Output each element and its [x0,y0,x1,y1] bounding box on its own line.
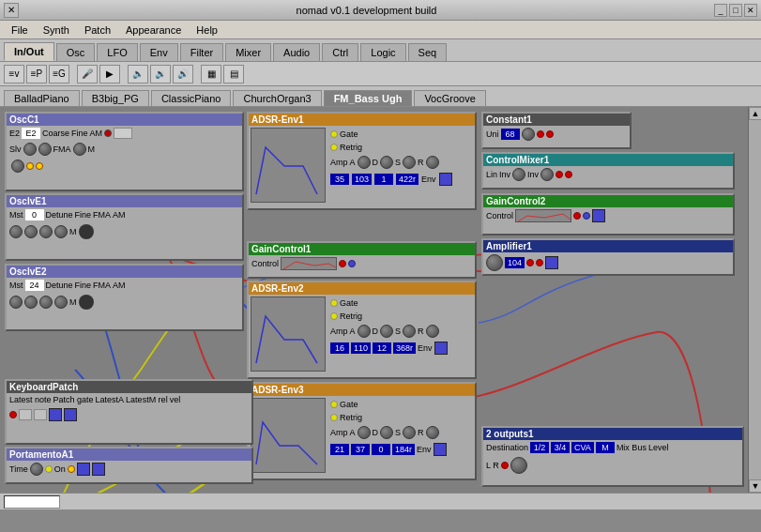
scroll-up[interactable]: ▲ [749,107,761,120]
scrollbar[interactable]: ▲ ▼ [748,107,761,493]
close-button[interactable]: ✕ [4,3,19,18]
freq-value[interactable]: E2 [22,128,40,139]
patch-tab-ballad[interactable]: BalladPiano [4,90,80,106]
mst-knob[interactable] [11,160,24,173]
adsr1-r[interactable] [426,156,439,169]
toolbar-btn-vol3[interactable]: 🔊 [173,65,193,84]
port-2[interactable] [36,162,43,170]
toolbar-btn-vol1[interactable]: 🔈 [128,65,148,84]
gc1-port2[interactable] [348,260,356,267]
amp1-val[interactable]: 104 [505,257,525,268]
out-knob[interactable] [510,457,527,474]
amp1-port-r1[interactable] [526,259,534,266]
adsr2-d[interactable] [380,325,393,338]
osc1-k4[interactable] [54,225,68,238]
toolbar-btn-grid1[interactable]: ▦ [201,65,221,84]
adsr1-v2[interactable]: 103 [352,174,372,185]
toolbar-btn-mic[interactable]: 🎤 [77,65,98,84]
uni-val[interactable]: 68 [501,129,520,140]
adsr3-r[interactable] [426,426,439,439]
toolbar-btn-vol2[interactable]: 🔉 [150,65,171,84]
amp1-knob[interactable] [486,254,503,271]
menu-patch[interactable]: Patch [77,23,118,38]
adsr3-v1[interactable]: 21 [330,444,349,455]
tab-logic[interactable]: Logic [360,43,405,61]
gc2-port1[interactable] [573,212,581,220]
cm1-port-r2[interactable] [565,171,572,178]
menu-appearance[interactable]: Appearance [118,23,189,38]
adsr2-v1[interactable]: 16 [330,342,349,354]
toolbar-btn-2[interactable]: ≡P [26,65,47,84]
tab-lfo[interactable]: LFO [97,43,137,61]
constant-port-r1[interactable] [537,130,544,138]
adsr2-v2[interactable]: 110 [351,342,371,354]
osc2-k4[interactable] [54,296,68,309]
gc2-port2[interactable] [583,212,590,220]
patch-tab-vocgroove[interactable]: VocGroove [414,90,485,106]
patch-tab-fmbass[interactable]: FM_Bass Ugh [324,90,413,106]
gc1-port1[interactable] [339,260,346,267]
toolbar-btn-1[interactable]: ≡v [4,65,24,84]
cm1-k1[interactable] [512,168,525,181]
scroll-down[interactable]: ▼ [749,479,761,493]
tab-env[interactable]: Env [140,43,178,61]
adsr2-a[interactable] [358,325,371,338]
dest-val1[interactable]: 1/2 [530,442,549,453]
osc1-k3[interactable] [39,225,53,238]
adsr1-d[interactable] [380,156,393,169]
toolbar-btn-grid2[interactable]: ▤ [223,65,244,84]
adsr3-d[interactable] [380,426,393,439]
patch-tab-church[interactable]: ChurchOrgan3 [233,90,321,106]
adsr1-v1[interactable]: 35 [330,174,349,185]
tab-seq[interactable]: Seq [408,43,448,61]
tab-audio[interactable]: Audio [273,43,320,61]
fma-knob[interactable] [73,143,86,156]
menu-synth[interactable]: Synth [36,23,77,38]
mst2-val[interactable]: 24 [25,280,44,291]
mst1-val[interactable]: 0 [25,209,44,220]
adsr1-s[interactable] [403,156,416,169]
tab-inout[interactable]: In/Out [4,42,54,61]
osc2-k3[interactable] [39,296,53,309]
portamento-port1[interactable] [68,465,75,473]
dest-cva[interactable]: CVA [571,442,594,453]
osc1-k1[interactable] [9,225,23,238]
tab-mixer[interactable]: Mixer [225,43,271,61]
adsr3-v3[interactable]: 0 [372,444,390,455]
coarse-knob[interactable] [23,143,37,156]
adsr2-r[interactable] [426,325,439,338]
port-1[interactable] [26,162,34,170]
out-port-r[interactable] [501,462,509,469]
adsr1-v3[interactable]: 1 [374,174,393,185]
adsr3-s[interactable] [403,426,416,439]
maximize-button[interactable]: □ [729,4,742,17]
adsr1-v4[interactable]: 422r [396,174,419,185]
close-window-button[interactable]: ✕ [744,4,757,17]
osc1-k2[interactable] [24,225,38,238]
tab-osc[interactable]: Osc [56,43,96,61]
dest-m[interactable]: M [596,442,615,453]
adsr2-v3[interactable]: 12 [373,342,391,354]
adsr3-a[interactable] [358,426,371,439]
constant-port-r2[interactable] [546,130,554,138]
menu-file[interactable]: File [4,23,36,38]
toolbar-btn-3[interactable]: ≡G [49,65,69,84]
constant-knob[interactable] [522,128,535,141]
adsr1-a[interactable] [358,156,371,169]
adsr3-v4[interactable]: 184r [392,444,415,455]
cm1-port-r1[interactable] [556,171,563,178]
adsr2-s[interactable] [403,325,416,338]
osc2-k1[interactable] [9,296,23,309]
tab-ctrl[interactable]: Ctrl [322,43,358,61]
patch-tab-classic[interactable]: ClassicPiano [151,90,232,106]
patch-tab-b3big[interactable]: B3big_PG [82,90,149,106]
menu-help[interactable]: Help [189,23,225,38]
toolbar-btn-play[interactable]: ▶ [99,65,120,84]
adsr3-v2[interactable]: 37 [351,444,370,455]
minimize-button[interactable]: _ [714,4,727,17]
cm1-k2[interactable] [540,168,554,181]
tab-filter[interactable]: Filter [180,43,223,61]
adsr2-v4[interactable]: 368r [393,342,416,354]
osc2-k2[interactable] [24,296,38,309]
fine-knob[interactable] [38,143,52,156]
